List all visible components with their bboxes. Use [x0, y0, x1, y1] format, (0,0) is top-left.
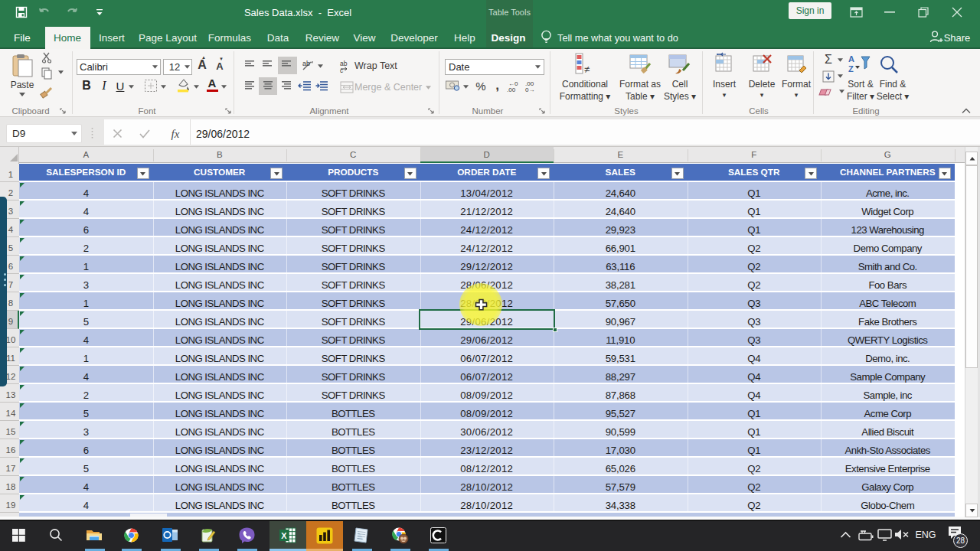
svg-text:≠: ≠	[584, 64, 590, 75]
svg-text:0→: 0→	[525, 86, 534, 93]
svg-text:X: X	[281, 531, 287, 540]
svg-text:ab: ab	[302, 60, 310, 67]
svg-text:A: A	[848, 54, 854, 64]
svg-text:Z: Z	[848, 64, 854, 73]
svg-text:c: c	[340, 67, 344, 74]
svg-text:.00: .00	[507, 86, 516, 93]
